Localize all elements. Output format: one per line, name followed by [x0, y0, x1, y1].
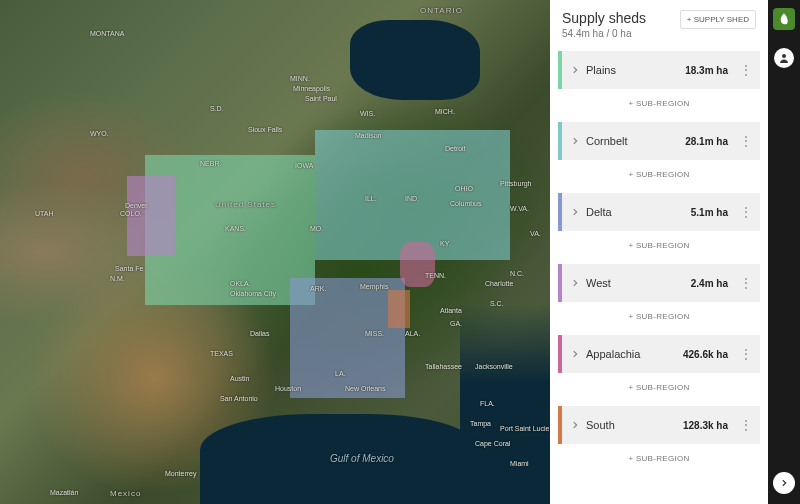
svg-point-0: [782, 54, 786, 58]
region-west[interactable]: [127, 176, 175, 256]
brand-logo[interactable]: [773, 8, 795, 30]
add-sub-region-button[interactable]: + SUB-REGION: [558, 160, 760, 189]
supply-shed-row[interactable]: Delta 5.1m ha ⋮: [558, 193, 760, 231]
expand-button[interactable]: [773, 472, 795, 494]
more-options-button[interactable]: ⋮: [732, 206, 760, 218]
app-root: ONTARIO United States Mexico Gulf of Mex…: [0, 0, 800, 504]
shed-value: 128.3k ha: [683, 420, 728, 431]
supply-shed-row[interactable]: Cornbelt 28.1m ha ⋮: [558, 122, 760, 160]
user-avatar[interactable]: [774, 48, 794, 68]
add-sub-region-button[interactable]: + SUB-REGION: [558, 373, 760, 402]
panel-header: Supply sheds 54.4m ha / 0 ha + SUPPLY SH…: [550, 0, 768, 47]
panel-title: Supply sheds: [562, 10, 646, 26]
shed-value: 2.4m ha: [691, 278, 728, 289]
add-supply-shed-button[interactable]: + SUPPLY SHED: [680, 10, 756, 29]
region-south[interactable]: [388, 290, 410, 328]
add-sub-region-button[interactable]: + SUB-REGION: [558, 89, 760, 118]
add-sub-region-button[interactable]: + SUB-REGION: [558, 302, 760, 331]
accent-bar: [558, 122, 562, 160]
region-cornbelt[interactable]: [315, 130, 510, 260]
supply-shed-item: South 128.3k ha ⋮ + SUB-REGION: [558, 406, 760, 473]
shed-name: Plains: [586, 64, 685, 76]
shed-name: West: [586, 277, 691, 289]
shed-value: 426.6k ha: [683, 349, 728, 360]
shed-name: Delta: [586, 206, 691, 218]
accent-bar: [558, 264, 562, 302]
map-canvas[interactable]: ONTARIO United States Mexico Gulf of Mex…: [0, 0, 550, 504]
great-lakes: [350, 20, 480, 100]
add-sub-region-button[interactable]: + SUB-REGION: [558, 231, 760, 260]
more-options-button[interactable]: ⋮: [732, 135, 760, 147]
supply-shed-item: Cornbelt 28.1m ha ⋮ + SUB-REGION: [558, 122, 760, 189]
more-options-button[interactable]: ⋮: [732, 277, 760, 289]
region-appalachia[interactable]: [400, 242, 435, 287]
add-sub-region-button[interactable]: + SUB-REGION: [558, 444, 760, 473]
shed-value: 18.3m ha: [685, 65, 728, 76]
supply-shed-row[interactable]: Plains 18.3m ha ⋮: [558, 51, 760, 89]
supply-shed-item: West 2.4m ha ⋮ + SUB-REGION: [558, 264, 760, 331]
more-options-button[interactable]: ⋮: [732, 64, 760, 76]
chevron-right-icon: [570, 207, 580, 217]
shed-name: Cornbelt: [586, 135, 685, 147]
supply-shed-item: Plains 18.3m ha ⋮ + SUB-REGION: [558, 51, 760, 118]
user-icon: [778, 52, 790, 64]
supply-sheds-panel: Supply sheds 54.4m ha / 0 ha + SUPPLY SH…: [550, 0, 768, 504]
shed-name: Appalachia: [586, 348, 683, 360]
shed-value: 5.1m ha: [691, 207, 728, 218]
sheds-list: Plains 18.3m ha ⋮ + SUB-REGION Cornbelt …: [550, 47, 768, 473]
accent-bar: [558, 51, 562, 89]
more-options-button[interactable]: ⋮: [732, 348, 760, 360]
supply-shed-row[interactable]: West 2.4m ha ⋮: [558, 264, 760, 302]
chevron-right-icon: [570, 136, 580, 146]
chevron-right-icon: [570, 349, 580, 359]
chevron-right-icon: [570, 278, 580, 288]
accent-bar: [558, 335, 562, 373]
accent-bar: [558, 406, 562, 444]
supply-shed-item: Appalachia 426.6k ha ⋮ + SUB-REGION: [558, 335, 760, 402]
supply-shed-item: Delta 5.1m ha ⋮ + SUB-REGION: [558, 193, 760, 260]
shed-name: South: [586, 419, 683, 431]
supply-shed-row[interactable]: South 128.3k ha ⋮: [558, 406, 760, 444]
chevron-right-icon: [570, 65, 580, 75]
right-rail: [768, 0, 800, 504]
atlantic: [460, 304, 550, 504]
chevron-right-icon: [570, 420, 580, 430]
panel-subtitle: 54.4m ha / 0 ha: [562, 28, 646, 39]
leaf-icon: [777, 12, 791, 26]
shed-value: 28.1m ha: [685, 136, 728, 147]
chevron-right-icon: [779, 478, 789, 488]
more-options-button[interactable]: ⋮: [732, 419, 760, 431]
gulf-of-mexico: [200, 414, 480, 504]
supply-shed-row[interactable]: Appalachia 426.6k ha ⋮: [558, 335, 760, 373]
accent-bar: [558, 193, 562, 231]
